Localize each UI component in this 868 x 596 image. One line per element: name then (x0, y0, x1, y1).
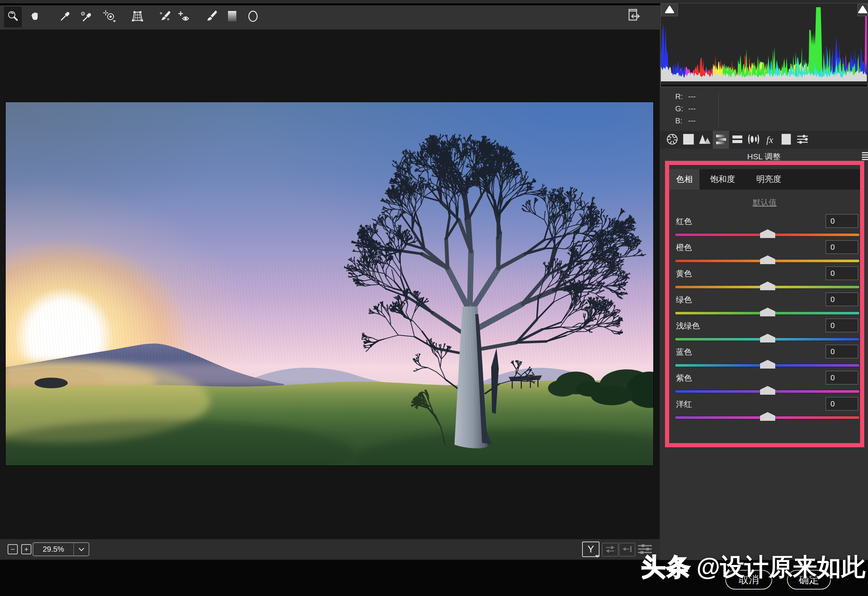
y-view-label: Y (587, 543, 594, 555)
rgb-readout-g: G:--- (675, 104, 759, 117)
rgb-readout-b: B:--- (675, 117, 759, 129)
tab-hsl-grayscale[interactable] (713, 131, 729, 149)
radial-filter-tool-button[interactable] (244, 7, 262, 27)
tab-camera-calibration[interactable] (778, 131, 794, 149)
tool-bar (0, 5, 660, 30)
gradient-square-icon (226, 10, 238, 24)
presets-sliders-icon (796, 134, 809, 146)
ellipse-icon (247, 9, 259, 25)
eyedropper-icon (59, 10, 71, 24)
red-eye-icon (178, 10, 191, 24)
slider-thumb[interactable] (760, 412, 775, 421)
panel-menu-icon[interactable] (862, 152, 868, 160)
apply-before-settings-button[interactable] (619, 543, 635, 557)
slider-thumb[interactable] (760, 255, 775, 264)
slider-magenta: 洋红 0 (674, 397, 860, 423)
curve-grid-icon (683, 134, 694, 146)
slider-purple: 紫色 0 (674, 370, 860, 397)
tab-split-toning[interactable] (729, 131, 745, 149)
slider-thumb[interactable] (760, 282, 775, 290)
tab-hue[interactable]: 色相 (669, 169, 699, 190)
fx-icon: fx (766, 135, 773, 145)
value-input[interactable]: 0 (826, 214, 858, 228)
divider (718, 92, 719, 127)
value-input[interactable]: 0 (826, 371, 858, 384)
targeted-adjustment-tool-button[interactable] (101, 7, 119, 27)
slider-thumb[interactable] (760, 360, 775, 369)
adjustment-tabs: fx (660, 131, 868, 149)
lens-icon (747, 134, 760, 146)
toggle-filmstrip-button[interactable] (624, 6, 643, 25)
white-balance-tool-button[interactable] (56, 7, 74, 27)
split-bars-icon (732, 134, 743, 146)
caret-down-icon (595, 555, 599, 558)
slider-thumb[interactable] (760, 229, 775, 238)
zoom-tool-button[interactable] (4, 7, 22, 27)
before-after-view-button[interactable]: Y (582, 542, 599, 557)
value-input[interactable]: 0 (826, 319, 858, 332)
value-input[interactable]: 0 (826, 293, 858, 306)
zoom-level-value: 29.5% (33, 543, 73, 556)
chevron-down-icon (74, 543, 89, 556)
watermark: 头条@设计原来如此 (641, 551, 865, 584)
clipping-triangle-icon (665, 5, 674, 15)
tab-lens-corrections[interactable] (745, 131, 762, 149)
tab-basic[interactable] (664, 131, 680, 149)
tab-effects[interactable]: fx (762, 131, 778, 149)
panel-title: HSL 调整 (660, 151, 868, 162)
slider-aqua: 浅绿色 0 (674, 318, 860, 344)
histogram (660, 3, 868, 87)
value-input[interactable]: 0 (826, 240, 858, 254)
camera-raw-dialog: − + 29.5% Y R:--- G:--- B:--- (0, 0, 868, 596)
value-input[interactable]: 0 (826, 397, 858, 411)
hsl-sliders: 红色 0 橙色 0 黄色 0 绿色 0 浅绿色 0 (674, 214, 860, 424)
perspective-grid-icon (131, 10, 144, 24)
tab-luminance[interactable]: 明亮度 (746, 169, 792, 190)
swap-before-after-button[interactable] (602, 543, 618, 557)
grass-texture-overlay (0, 265, 648, 363)
divider (661, 85, 867, 86)
aperture-icon (667, 134, 678, 146)
film-strip-icon (781, 134, 792, 146)
sampler-eyedropper-icon (80, 10, 92, 24)
default-values-link[interactable]: 默认值 (669, 197, 860, 208)
shadow-clipping-toggle[interactable] (661, 4, 678, 16)
graduated-filter-tool-button[interactable] (223, 7, 241, 27)
preview-status-bar: − + 29.5% Y (0, 539, 660, 560)
slider-thumb[interactable] (760, 308, 775, 316)
swap-arrows-icon (605, 545, 615, 555)
zoom-level-select[interactable]: 29.5% (33, 542, 89, 556)
arrow-to-bar-icon (622, 545, 632, 555)
highlight-clipping-toggle[interactable] (857, 4, 868, 16)
zoom-out-button[interactable]: − (8, 544, 18, 554)
zoom-in-button[interactable]: + (21, 544, 31, 554)
healing-brush-icon (158, 10, 171, 24)
spot-removal-tool-button[interactable] (156, 7, 173, 27)
hand-icon (29, 10, 41, 24)
magnifier-icon (7, 10, 19, 24)
slider-thumb[interactable] (760, 386, 775, 395)
rgb-readout-r: R:--- (675, 92, 759, 104)
slider-green: 绿色 0 (674, 292, 860, 318)
tab-tone-curve[interactable] (680, 131, 696, 149)
red-eye-tool-button[interactable] (176, 7, 193, 27)
clipping-triangle-icon (858, 5, 867, 15)
triangles-icon (699, 134, 711, 146)
brush-icon (205, 10, 217, 24)
slider-yellow: 黄色 0 (674, 266, 860, 292)
tab-detail[interactable] (696, 131, 713, 149)
transform-tool-button[interactable] (129, 7, 146, 27)
tab-presets[interactable] (794, 131, 810, 149)
panel-toggle-arrows-icon (625, 6, 642, 25)
hsl-subtabs: 色相 饱和度 明亮度 (669, 169, 860, 190)
slider-thumb[interactable] (760, 334, 775, 342)
hsl-bars-icon (715, 134, 727, 146)
value-input[interactable]: 0 (826, 345, 858, 358)
slider-blue: 蓝色 0 (674, 344, 860, 370)
target-circle-icon (103, 10, 117, 24)
adjustment-brush-tool-button[interactable] (202, 7, 220, 27)
hand-tool-button[interactable] (27, 7, 44, 27)
tab-saturation[interactable]: 饱和度 (699, 169, 746, 190)
color-sampler-tool-button[interactable] (77, 7, 95, 27)
value-input[interactable]: 0 (826, 266, 858, 280)
